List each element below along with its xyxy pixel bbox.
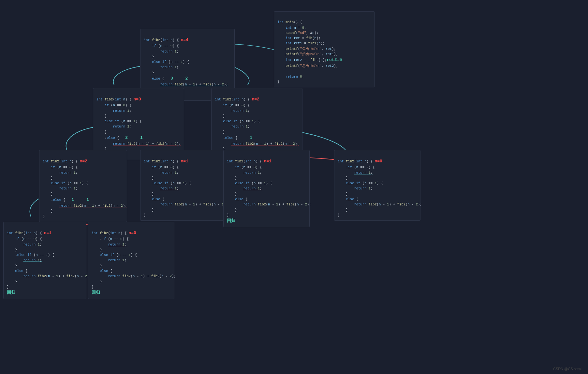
fib2-n1-bottom-left-box: int fib2(int n) { n=1 if (n == 0) { retu… <box>3 222 86 299</box>
fib2-n1-center-right-box: int fib2(int n) { n=1 if (n == 0) { retu… <box>223 150 310 227</box>
watermark-text: CSDN @CS semi <box>553 367 581 371</box>
fib2-n3-box: int fib2(int n) { n=3 if (n == 0) { retu… <box>93 88 184 160</box>
fib2-n0-bottom-box: int fib2(int n) { n=0 ↓if (n == 0) { ret… <box>88 222 174 299</box>
fib2-n1-center-box: int fib2(int n) { n=1 if (n == 0) { retu… <box>140 150 227 221</box>
fib2-n2-right-box: int fib2(int n) { n=2 if (n == 0) { retu… <box>211 88 302 160</box>
main-box: int main() { int n = 0; scanf("%d", &n);… <box>274 11 375 87</box>
fib2-n0-right-box: int fib2(int n) { n=0 ↓if (n == 0) { ret… <box>334 150 420 221</box>
fib2-n2-left-box: int fib2(int n) { n=2 if (n == 0) { retu… <box>39 150 127 222</box>
